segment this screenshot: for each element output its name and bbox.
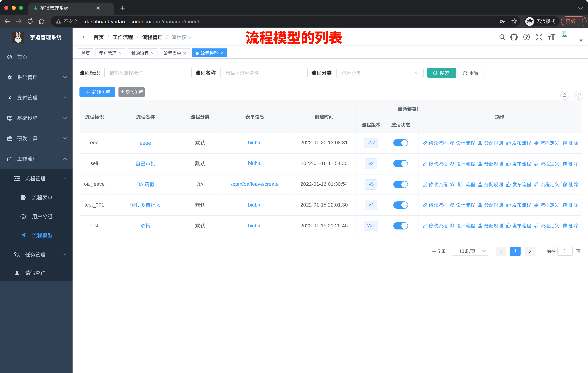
svg-text:¥: ¥ [8,95,11,100]
